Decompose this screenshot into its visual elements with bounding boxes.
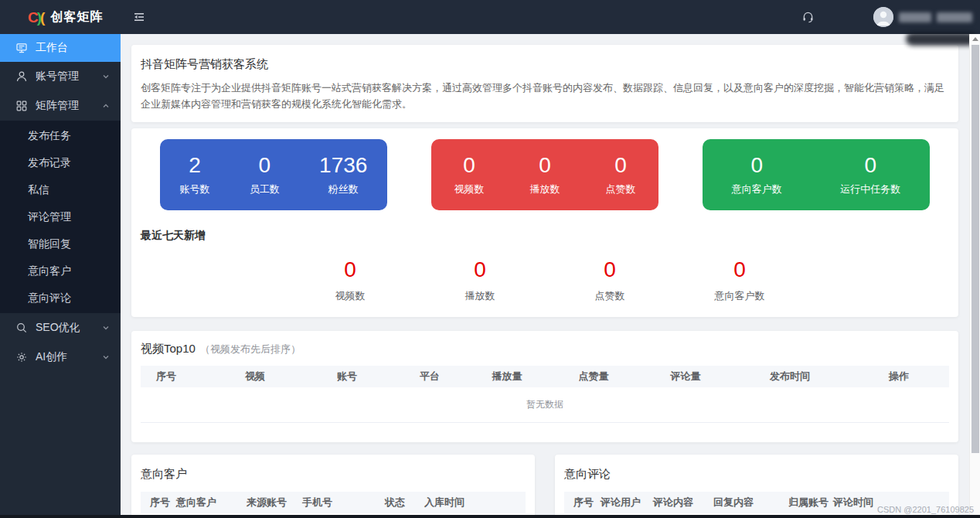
video-top10-subtitle: （视频发布先后排序） [200,342,301,356]
stat-intent-customers: 0 意向客户数 [732,153,782,196]
sidebar-item-workbench[interactable]: 工作台 [0,34,121,62]
stat-likes: 0 点赞数 [606,153,636,196]
dropdown-shadow [906,32,977,46]
bottom-edge-strip [0,515,980,518]
scrollbar-up-arrow-icon[interactable] [972,37,978,41]
recent-stat-intent-customers: 0 意向客户数 [675,258,805,303]
vertical-scrollbar[interactable] [969,34,980,518]
sidebar-subitem-private-message[interactable]: 私信 [0,176,121,203]
stat-videos: 0 视频数 [454,153,485,196]
topbar: C)( 创客矩阵 [0,0,980,34]
intent-customers-title: 意向客户 [141,467,526,482]
sidebar-subitem-comment-management[interactable]: 评论管理 [0,203,121,230]
intent-customers-table-header: 序号 意向客户 来源账号 手机号 状态 入库时间 [141,492,526,513]
chevron-up-icon [102,102,110,110]
sidebar-item-seo[interactable]: SEO优化 [0,313,121,342]
stat-card-videos: 0 视频数 0 播放数 0 点赞数 [431,139,658,210]
intro-card: 抖音矩阵号营销获客系统 创客矩阵专注于为企业提供抖音矩阵账号一站式营销获客解决方… [131,45,958,122]
video-top10-title: 视频Top10 [141,342,196,356]
stat-accounts: 2 账号数 [180,153,210,196]
recent-stat-videos: 0 视频数 [285,258,415,303]
topbar-right [801,7,980,27]
user-icon [15,70,28,83]
recent-stat-plays: 0 播放数 [415,258,545,303]
page-description: 创客矩阵专注于为企业提供抖音矩阵账号一站式营销获客解决方案，通过高效管理多个抖音… [141,80,949,112]
workbench-icon [15,42,28,54]
chevron-down-icon [102,324,110,332]
intent-comments-title: 意向评论 [564,467,949,482]
username-redacted[interactable] [899,12,972,22]
logo-text: 创客矩阵 [50,9,103,26]
matrix-submenu: 发布任务 发布记录 私信 评论管理 智能回复 意向客户 意向评论 [0,121,121,313]
search-icon [15,322,28,334]
stats-card: 2 账号数 0 员工数 1736 粉丝数 0 视频数 0 [131,128,958,317]
sidebar-subitem-intent-customer[interactable]: 意向客户 [0,257,121,285]
stat-employees: 0 员工数 [250,153,280,196]
intent-customers-card: 意向客户 序号 意向客户 来源账号 手机号 状态 入库时间 [131,455,535,518]
recent-stat-likes: 0 点赞数 [545,258,675,303]
video-table-header: 序号 视频 账号 平台 播放量 点赞量 评论量 发布时间 操作 [141,366,949,387]
sidebar: 工作台 账号管理 矩阵管理 [0,34,121,518]
sidebar-subitem-publish-task[interactable]: 发布任务 [0,122,121,149]
app-logo: C)( 创客矩阵 [0,9,121,26]
scrollbar-thumb[interactable] [971,45,979,453]
gear-icon [15,351,28,363]
logo-ck-icon: C)( [28,10,43,25]
stat-plays: 0 播放数 [530,153,560,196]
sidebar-item-label: 工作台 [36,41,68,55]
video-top10-card: 视频Top10 （视频发布先后排序） 序号 视频 账号 平台 播放量 点赞量 评… [131,331,958,442]
sidebar-item-accounts[interactable]: 账号管理 [0,62,121,91]
sidebar-item-label: 矩阵管理 [36,99,79,113]
sidebar-subitem-intent-comment[interactable]: 意向评论 [0,285,121,312]
video-top10-header: 视频Top10 （视频发布先后排序） [141,342,949,356]
avatar[interactable] [873,7,893,27]
chevron-down-icon [102,353,110,361]
empty-state-text: 暂无数据 [141,387,949,423]
watermark: CSDN @2201_76109825 [877,505,974,514]
headset-icon[interactable] [801,11,815,24]
sidebar-item-matrix[interactable]: 矩阵管理 [0,91,121,121]
fold-icon[interactable] [132,10,146,24]
sidebar-item-ai-creation[interactable]: AI创作 [0,342,121,372]
sidebar-item-label: 账号管理 [36,70,79,83]
stat-fans: 1736 粉丝数 [319,153,367,196]
page-title: 抖音矩阵号营销获客系统 [141,57,949,72]
sidebar-subitem-publish-record[interactable]: 发布记录 [0,149,121,176]
sidebar-item-label: AI创作 [36,350,67,364]
sidebar-item-label: SEO优化 [36,321,80,335]
main-content: 抖音矩阵号营销获客系统 创客矩阵专注于为企业提供抖音矩阵账号一站式营销获客解决方… [121,34,969,518]
stat-running-tasks: 0 运行中任务数 [840,153,900,196]
chevron-down-icon [102,73,110,80]
bottom-row: 意向客户 序号 意向客户 来源账号 手机号 状态 入库时间 意向评论 序号 评论… [131,455,958,518]
sidebar-subitem-smart-reply[interactable]: 智能回复 [0,230,121,257]
recent-seven-days-title: 最近七天新增 [141,229,958,243]
grid-icon [15,100,28,112]
stat-card-customers: 0 意向客户数 0 运行中任务数 [703,139,930,210]
stat-card-row: 2 账号数 0 员工数 1736 粉丝数 0 视频数 0 [131,139,958,210]
recent-stats-row: 0 视频数 0 播放数 0 点赞数 0 意向客户数 [131,258,958,303]
stat-card-accounts: 2 账号数 0 员工数 1736 粉丝数 [160,139,387,210]
